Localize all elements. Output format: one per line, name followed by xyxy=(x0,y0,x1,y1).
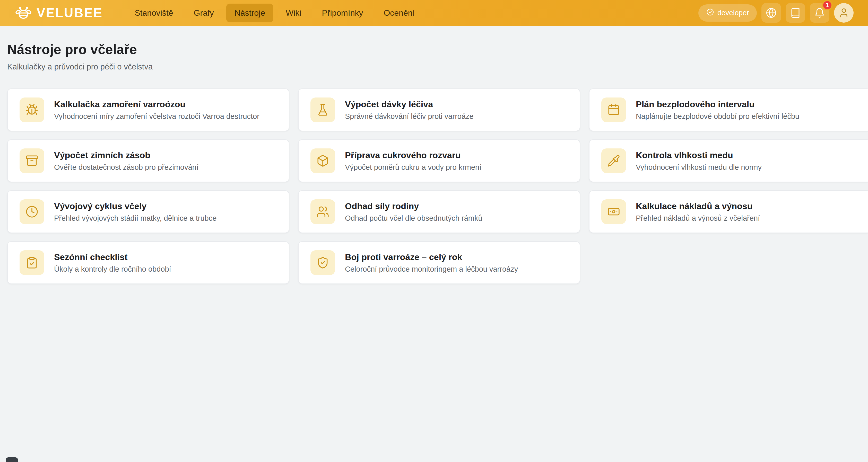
page-subtitle: Kalkulačky a průvodci pro péči o včelstv… xyxy=(7,62,868,71)
nav-item-oceneni[interactable]: Ocenění xyxy=(375,4,423,22)
globe-icon xyxy=(766,7,777,18)
nav-item-nastroje[interactable]: Nástroje xyxy=(226,4,273,22)
tool-card-kalkulace-nakladu-a-vynosu[interactable]: Kalkulace nákladů a výnosuPřehled náklad… xyxy=(589,190,868,233)
tool-card-text: Výpočet zimních zásobOvěřte dostatečnost… xyxy=(54,150,198,172)
tool-card-vypocet-zimnich-zasob[interactable]: Výpočet zimních zásobOvěřte dostatečnost… xyxy=(7,139,289,182)
check-badge-icon xyxy=(706,8,714,18)
nav-item-pripominky[interactable]: Připomínky xyxy=(313,4,371,22)
tool-card-title: Sezónní checklist xyxy=(54,252,171,262)
tool-card-icon-box xyxy=(601,148,626,173)
clock-icon xyxy=(26,205,38,218)
tool-card-text: Kontrola vlhkosti meduVyhodnocení vlhkos… xyxy=(636,150,762,172)
tool-card-subtitle: Přehled nákladů a výnosů z včelaření xyxy=(636,214,760,223)
tool-card-title: Výpočet zimních zásob xyxy=(54,150,198,160)
tool-card-sezonni-checklist[interactable]: Sezónní checklistÚkoly a kontroly dle ro… xyxy=(7,241,289,284)
tool-card-text: Výpočet dávky léčivaSprávné dávkování lé… xyxy=(345,99,474,121)
nav-item-grafy[interactable]: Grafy xyxy=(186,4,222,22)
tool-card-text: Kalkulace nákladů a výnosuPřehled náklad… xyxy=(636,201,760,223)
tool-card-text: Plán bezplodového intervaluNaplánujte be… xyxy=(636,99,799,121)
tool-card-priprava-cukroveho-rozvaru[interactable]: Příprava cukrového rozvaruVýpočet poměrů… xyxy=(298,139,580,182)
tool-card-text: Boj proti varroáze – celý rokCeloroční p… xyxy=(345,252,518,273)
tool-card-subtitle: Výpočet poměrů cukru a vody pro krmení xyxy=(345,163,482,172)
role-badge-label: developer xyxy=(717,9,749,17)
banknote-icon xyxy=(607,205,620,218)
tool-card-subtitle: Naplánujte bezplodové období pro efektiv… xyxy=(636,112,799,121)
tool-card-subtitle: Vyhodnocení míry zamoření včelstva rozto… xyxy=(54,112,259,121)
shield-check-icon xyxy=(316,256,329,269)
tool-card-vypocet-davky-leciva[interactable]: Výpočet dávky léčivaSprávné dávkování lé… xyxy=(298,89,580,131)
tool-card-plan-bezplodoveho-intervalu[interactable]: Plán bezplodového intervaluNaplánujte be… xyxy=(589,89,868,131)
tool-card-subtitle: Odhad počtu včel dle obsednutých rámků xyxy=(345,214,483,223)
user-avatar-button[interactable] xyxy=(834,3,854,23)
tool-card-icon-box xyxy=(601,199,626,224)
globe-button[interactable] xyxy=(762,3,781,23)
user-avatar-icon xyxy=(838,7,849,18)
main-nav: StanovištěGrafyNástrojeWikiPřipomínkyOce… xyxy=(126,4,423,22)
tool-card-icon-box xyxy=(20,98,44,122)
tool-card-icon-box xyxy=(20,250,44,275)
tool-card-title: Boj proti varroáze – celý rok xyxy=(345,252,518,262)
tool-card-title: Odhad síly rodiny xyxy=(345,201,483,211)
tool-card-title: Kalkulačka zamoření varroózou xyxy=(54,99,259,109)
tool-card-title: Příprava cukrového rozvaru xyxy=(345,150,482,160)
tool-card-kalkulacka-zamoreni-varroozou[interactable]: Kalkulačka zamoření varroózouVyhodnocení… xyxy=(7,89,289,131)
tool-card-subtitle: Celoroční průvodce monitoringem a léčbou… xyxy=(345,265,518,273)
tool-card-title: Plán bezplodového intervalu xyxy=(636,99,799,109)
tool-card-subtitle: Přehled vývojových stádií matky, dělnice… xyxy=(54,214,216,223)
top-navbar: VELUBEE StanovištěGrafyNástrojeWikiPřipo… xyxy=(0,0,868,26)
tool-card-icon-box xyxy=(310,199,335,224)
tool-card-text: Kalkulačka zamoření varroózouVyhodnocení… xyxy=(54,99,259,121)
flask-icon xyxy=(316,103,329,116)
tool-card-subtitle: Ověřte dostatečnost zásob pro přezimován… xyxy=(54,163,198,172)
tool-card-icon-box xyxy=(20,148,44,173)
tool-card-title: Výpočet dávky léčiva xyxy=(345,99,474,109)
tools-grid: Kalkulačka zamoření varroózouVyhodnocení… xyxy=(7,89,868,284)
tool-card-subtitle: Úkoly a kontroly dle ročního období xyxy=(54,265,171,273)
nav-item-stanoviste[interactable]: Stanoviště xyxy=(126,4,181,22)
bees-icon xyxy=(316,205,329,218)
notification-count-badge: 1 xyxy=(822,0,833,10)
tool-card-icon-box xyxy=(20,199,44,224)
navbar-actions: developer 1 xyxy=(699,3,854,23)
tool-card-text: Vývojový cyklus včelyPřehled vývojových … xyxy=(54,201,216,223)
archive-icon xyxy=(26,154,38,167)
pipette-icon xyxy=(607,154,620,167)
tool-card-odhad-sily-rodiny[interactable]: Odhad síly rodinyOdhad počtu včel dle ob… xyxy=(298,190,580,233)
tool-card-icon-box xyxy=(310,98,335,122)
main-content: Nástroje pro včelaře Kalkulačky a průvod… xyxy=(0,26,868,284)
tool-card-title: Kalkulace nákladů a výnosu xyxy=(636,201,760,211)
tool-card-icon-box xyxy=(310,148,335,173)
tool-card-boj-proti-varroaze-cely-rok[interactable]: Boj proti varroáze – celý rokCeloroční p… xyxy=(298,241,580,284)
wiki-book-button[interactable] xyxy=(786,3,805,23)
tool-card-icon-box xyxy=(601,98,626,122)
calendar-icon xyxy=(607,103,620,116)
nav-item-wiki[interactable]: Wiki xyxy=(278,4,309,22)
bell-button[interactable]: 1 xyxy=(810,3,829,23)
tool-card-text: Odhad síly rodinyOdhad počtu včel dle ob… xyxy=(345,201,483,223)
page-title: Nástroje pro včelaře xyxy=(7,42,868,57)
tool-card-subtitle: Vyhodnocení vlhkosti medu dle normy xyxy=(636,163,762,172)
tool-card-title: Vývojový cyklus včely xyxy=(54,201,216,211)
tool-card-vyvojovy-cyklus-vcely[interactable]: Vývojový cyklus včelyPřehled vývojových … xyxy=(7,190,289,233)
tool-card-title: Kontrola vlhkosti medu xyxy=(636,150,762,160)
tool-card-icon-box xyxy=(310,250,335,275)
wiki-book-icon xyxy=(790,7,801,18)
mite-icon xyxy=(26,103,38,116)
clipboard-check-icon xyxy=(26,256,38,269)
role-badge[interactable]: developer xyxy=(699,4,757,22)
bell-icon xyxy=(814,7,825,18)
tool-card-text: Příprava cukrového rozvaruVýpočet poměrů… xyxy=(345,150,482,172)
package-icon xyxy=(316,154,329,167)
bee-logo-icon xyxy=(15,4,32,21)
tool-card-subtitle: Správné dávkování léčiv proti varroáze xyxy=(345,112,474,121)
brand-name: VELUBEE xyxy=(36,6,103,19)
bottom-left-overlay xyxy=(6,457,18,462)
check-badge-icon xyxy=(706,8,714,16)
brand-logo[interactable]: VELUBEE xyxy=(15,4,103,21)
tool-card-text: Sezónní checklistÚkoly a kontroly dle ro… xyxy=(54,252,171,273)
tool-card-kontrola-vlhkosti-medu[interactable]: Kontrola vlhkosti meduVyhodnocení vlhkos… xyxy=(589,139,868,182)
